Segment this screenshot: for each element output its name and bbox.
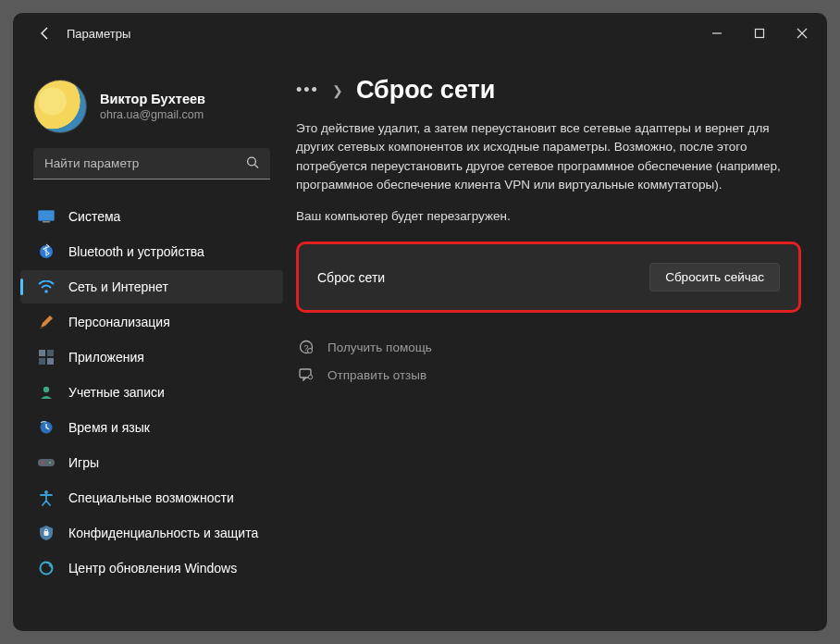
apps-icon [37, 348, 56, 366]
svg-rect-5 [43, 221, 50, 223]
reset-now-button[interactable]: Сбросить сейчас [649, 263, 780, 291]
breadcrumb-ellipsis[interactable]: ••• [296, 80, 319, 100]
svg-rect-10 [47, 350, 54, 356]
reset-card: Сброс сети Сбросить сейчас [296, 242, 801, 313]
maximize-button[interactable] [738, 13, 781, 54]
svg-point-16 [42, 462, 43, 464]
sidebar-item-privacy[interactable]: Конфиденциальность и защита [20, 516, 283, 550]
account-icon [37, 383, 56, 402]
get-help-link[interactable]: ? Получить помощь [296, 339, 801, 355]
sidebar-item-games[interactable]: Игры [20, 446, 283, 479]
access-icon [37, 489, 56, 507]
svg-point-17 [49, 462, 51, 464]
minimize-button[interactable] [696, 13, 738, 54]
svg-point-18 [44, 490, 48, 494]
search-wrap [13, 148, 290, 180]
window-title: Параметры [67, 27, 130, 41]
games-icon [37, 453, 56, 472]
update-icon [37, 559, 56, 577]
svg-rect-12 [47, 358, 54, 365]
sidebar-item-label: Конфиденциальность и защита [68, 526, 258, 540]
sidebar-item-label: Bluetooth и устройства [68, 244, 204, 259]
sidebar-item-label: Время и язык [68, 420, 150, 435]
system-icon [37, 207, 56, 226]
sidebar-item-label: Система [68, 209, 120, 224]
chevron-right-icon: ❯ [332, 83, 343, 98]
sidebar-item-label: Учетные записи [68, 385, 165, 400]
sidebar-item-label: Приложения [68, 350, 144, 365]
close-button[interactable] [781, 13, 823, 54]
sidebar-item-label: Игры [68, 455, 99, 470]
search-icon [246, 156, 259, 172]
reset-card-label: Сброс сети [317, 270, 385, 285]
window-controls [696, 13, 823, 54]
sidebar-item-time[interactable]: Время и язык [20, 411, 283, 444]
sidebar-item-accounts[interactable]: Учетные записи [20, 376, 283, 409]
svg-rect-9 [39, 350, 45, 356]
svg-rect-4 [39, 211, 55, 221]
get-help-label: Получить помощь [327, 341, 432, 354]
user-block[interactable]: Виктор Бухтеев ohra.ua@gmail.com [13, 80, 290, 148]
search-input[interactable] [33, 148, 270, 180]
sidebar-item-label: Персонализация [68, 315, 170, 329]
sidebar-item-network[interactable]: Сеть и Интернет [20, 270, 283, 303]
sidebar-item-label: Специальные возможности [68, 490, 234, 505]
svg-point-26 [308, 375, 312, 378]
user-email: ohra.ua@gmail.com [100, 108, 205, 121]
feedback-label: Отправить отзыв [327, 368, 426, 382]
svg-point-13 [43, 387, 49, 392]
content-area: Виктор Бухтеев ohra.ua@gmail.com Система… [13, 54, 827, 631]
description-text: Это действие удалит, а затем переустанов… [296, 119, 801, 194]
settings-window: Параметры Виктор Бухтеев ohra.ua@gmail.c… [13, 13, 827, 631]
svg-line-3 [254, 165, 258, 168]
main-panel: ••• ❯ Сброс сети Это действие удалит, а … [290, 54, 827, 631]
sidebar-item-accessibility[interactable]: Специальные возможности [20, 481, 283, 514]
time-icon [37, 418, 56, 437]
svg-rect-11 [39, 358, 45, 365]
warning-text: Ваш компьютер будет перезагружен. [296, 209, 801, 223]
sidebar-item-personalization[interactable]: Персонализация [20, 305, 283, 339]
page-title: Сброс сети [356, 76, 495, 105]
sidebar-item-apps[interactable]: Приложения [20, 341, 283, 374]
feedback-icon [298, 366, 315, 383]
svg-rect-1 [756, 30, 764, 38]
nav-list: Система Bluetooth и устройства Сеть и Ин… [13, 200, 290, 587]
privacy-icon [37, 524, 56, 542]
user-info: Виктор Бухтеев ohra.ua@gmail.com [100, 92, 205, 121]
title-bar: Параметры [13, 13, 827, 54]
svg-point-7 [44, 290, 48, 293]
sidebar: Виктор Бухтеев ohra.ua@gmail.com Система… [13, 54, 290, 631]
svg-rect-15 [38, 459, 55, 466]
breadcrumb: ••• ❯ Сброс сети [296, 76, 801, 105]
svg-rect-8 [40, 327, 43, 328]
brush-icon [37, 313, 56, 331]
user-name: Виктор Бухтеев [100, 92, 205, 106]
wifi-icon [37, 278, 56, 296]
help-icon: ? [298, 339, 315, 355]
feedback-link[interactable]: Отправить отзыв [296, 366, 801, 383]
svg-point-2 [248, 157, 256, 166]
avatar [33, 80, 87, 133]
sidebar-item-system[interactable]: Система [20, 200, 283, 233]
bluetooth-icon [37, 242, 56, 261]
svg-point-24 [308, 349, 313, 353]
sidebar-item-label: Сеть и Интернет [68, 279, 168, 294]
back-button[interactable] [30, 18, 61, 49]
sidebar-item-label: Центр обновления Windows [68, 561, 237, 576]
sidebar-item-update[interactable]: Центр обновления Windows [20, 551, 283, 585]
sidebar-item-bluetooth[interactable]: Bluetooth и устройства [20, 235, 283, 268]
